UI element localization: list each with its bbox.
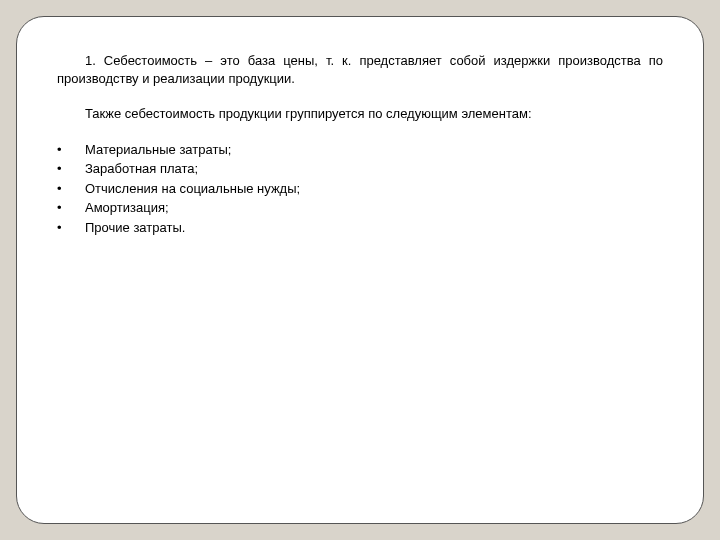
bullet-icon: • [57,141,85,159]
list-item: • Прочие затраты. [57,219,663,237]
bullet-icon: • [57,219,85,237]
paragraph-2: Также себестоимость продукции группирует… [57,105,663,123]
list-item-text: Заработная плата; [85,160,663,178]
list-item: • Отчисления на социальные нужды; [57,180,663,198]
bullet-icon: • [57,160,85,178]
list-item-text: Отчисления на социальные нужды; [85,180,663,198]
bullet-icon: • [57,199,85,217]
list-item-text: Амортизация; [85,199,663,217]
list-item: • Заработная плата; [57,160,663,178]
paragraph-1: 1. Себестоимость – это база цены, т. к. … [57,52,663,87]
bullet-list: • Материальные затраты; • Заработная пла… [57,141,663,237]
list-item-text: Прочие затраты. [85,219,663,237]
bullet-icon: • [57,180,85,198]
list-item-text: Материальные затраты; [85,141,663,159]
list-item: • Материальные затраты; [57,141,663,159]
list-item: • Амортизация; [57,199,663,217]
slide-card: 1. Себестоимость – это база цены, т. к. … [16,16,704,524]
